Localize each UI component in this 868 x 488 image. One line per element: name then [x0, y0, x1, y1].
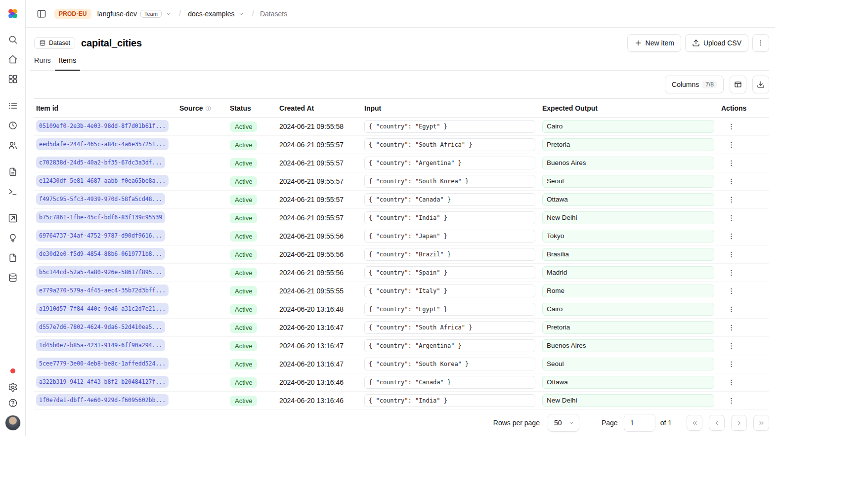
tab-items[interactable]: Items: [55, 55, 80, 70]
input-value[interactable]: { "country": "Japan" }: [364, 230, 535, 243]
col-header-input[interactable]: Input: [362, 99, 540, 118]
row-actions-button[interactable]: [724, 284, 738, 298]
expected-output-value[interactable]: Seoul: [542, 175, 714, 188]
sidebar-item-tracing[interactable]: [5, 98, 21, 114]
input-value[interactable]: { "country": "Egypt" }: [364, 303, 535, 316]
expected-output-value[interactable]: Ottawa: [542, 376, 714, 389]
row-actions-button[interactable]: [724, 193, 738, 206]
sidebar-item-playground[interactable]: [5, 184, 21, 200]
table-row[interactable]: e779a270-579a-4f45-aec4-35b72d3bff... Ac…: [34, 282, 769, 300]
langfuse-logo[interactable]: [6, 7, 20, 21]
input-value[interactable]: { "country": "Canada" }: [364, 193, 535, 206]
expected-output-value[interactable]: Buenos Aires: [542, 339, 714, 352]
sidebar-item-users[interactable]: [5, 137, 21, 153]
row-actions-button[interactable]: [724, 266, 738, 280]
sidebar-item-search[interactable]: [5, 32, 21, 47]
expected-output-value[interactable]: Cairo: [542, 120, 714, 133]
expected-output-value[interactable]: Brasília: [542, 248, 714, 261]
table-row[interactable]: e12430df-5e81-4687-aabb-f0ea65be8a... Ac…: [34, 172, 769, 191]
row-actions-button[interactable]: [724, 321, 738, 334]
row-actions-button[interactable]: [724, 247, 738, 261]
input-value[interactable]: { "country": "India" }: [364, 211, 535, 224]
col-header-item-id[interactable]: Item id: [34, 99, 177, 118]
table-row[interactable]: c702838d-24d5-40a2-bf35-67dc3a3df... Act…: [34, 154, 769, 172]
expected-output-value[interactable]: Tokyo: [542, 230, 714, 243]
row-actions-button[interactable]: [724, 138, 738, 152]
input-value[interactable]: { "country": "Argentina" }: [364, 339, 535, 352]
next-page-button[interactable]: [731, 415, 747, 431]
sidebar-toggle-button[interactable]: [34, 6, 49, 22]
input-value[interactable]: { "country": "South Korea" }: [364, 358, 535, 370]
table-row[interactable]: a322b319-9412-4f43-b8f2-b20484127f... Ac…: [34, 373, 769, 392]
item-id-link[interactable]: e779a270-579a-4f45-aec4-35b72d3bff...: [36, 285, 169, 296]
input-value[interactable]: { "country": "Argentina" }: [364, 157, 535, 169]
tab-runs[interactable]: Runs: [30, 55, 55, 70]
expected-output-value[interactable]: Madrid: [542, 266, 714, 279]
row-actions-button[interactable]: [724, 120, 738, 133]
user-avatar[interactable]: [5, 415, 21, 431]
expected-output-value[interactable]: Ottawa: [542, 193, 714, 206]
org-switcher[interactable]: langfuse-dev Team: [96, 8, 173, 20]
table-row[interactable]: de30d2e0-f5d9-4854-88b6-0619771b8... Act…: [34, 245, 769, 264]
table-row[interactable]: 69764737-34af-4752-9787-d90df9616... Act…: [34, 227, 769, 245]
page-input[interactable]: [624, 414, 655, 432]
sidebar-item-dashboards[interactable]: [5, 71, 21, 87]
item-id-link[interactable]: b5c144cd-52a5-4a80-926e-58617f895...: [36, 266, 165, 278]
columns-button[interactable]: Columns 7/8: [665, 76, 724, 93]
item-id-link[interactable]: 1f0e7da1-dbff-4e60-929d-f6095602bb...: [36, 394, 169, 406]
row-actions-button[interactable]: [724, 375, 738, 389]
table-row[interactable]: eed5dafe-244f-465c-a84c-4a6e357251... Ac…: [34, 136, 769, 154]
item-id-link[interactable]: b75c7861-1fbe-45cf-bdf6-83f139c95539: [36, 211, 165, 223]
expected-output-value[interactable]: Pretoria: [542, 321, 714, 334]
expected-output-value[interactable]: Seoul: [542, 358, 714, 370]
item-id-link[interactable]: a1910d57-7f84-440c-9e46-a31c2d7e21...: [36, 303, 169, 315]
row-actions-button[interactable]: [724, 174, 738, 188]
input-value[interactable]: { "country": "Italy" }: [364, 285, 535, 297]
col-header-source[interactable]: Source: [177, 99, 228, 118]
row-actions-button[interactable]: [724, 156, 738, 170]
new-item-button[interactable]: New item: [627, 34, 681, 52]
row-actions-button[interactable]: [724, 211, 738, 225]
table-row[interactable]: 1f0e7da1-dbff-4e60-929d-f6095602bb... Ac…: [34, 392, 769, 410]
sidebar-item-annotation-queues[interactable]: [5, 250, 21, 266]
row-actions-button[interactable]: [724, 357, 738, 371]
sidebar-item-ask-ai[interactable]: [5, 230, 21, 246]
item-id-link[interactable]: f4975c95-5fc3-4939-970d-58fa5cd48...: [36, 193, 165, 205]
rows-per-page-select[interactable]: 50: [548, 414, 579, 432]
sidebar-item-settings[interactable]: [5, 379, 21, 395]
info-icon[interactable]: [205, 105, 212, 112]
sidebar-item-home[interactable]: [5, 51, 21, 67]
expected-output-value[interactable]: New Delhi: [542, 394, 714, 407]
export-button[interactable]: [752, 76, 769, 93]
item-id-link[interactable]: d557e7d6-7802-4624-9da6-52d410ea5...: [36, 321, 165, 333]
input-value[interactable]: { "country": "South Africa" }: [364, 321, 535, 334]
input-value[interactable]: { "country": "Brazil" }: [364, 248, 535, 261]
table-row[interactable]: 5cee7779-3e00-4eb8-be8c-1affedd524... Ac…: [34, 355, 769, 373]
item-id-link[interactable]: e12430df-5e81-4687-aabb-f0ea65be8a...: [36, 175, 169, 187]
sidebar-item-support[interactable]: [5, 395, 21, 411]
item-id-link[interactable]: 69764737-34af-4752-9787-d90df9616...: [36, 230, 165, 242]
project-switcher[interactable]: docs-examples: [187, 8, 246, 20]
last-page-button[interactable]: [753, 415, 769, 431]
item-id-link[interactable]: de30d2e0-f5d9-4854-88b6-0619771b8...: [36, 248, 165, 260]
row-actions-button[interactable]: [724, 394, 738, 407]
item-id-link[interactable]: 05109ef0-2e3b-4e03-98dd-8f7d01b61f...: [36, 120, 169, 132]
more-actions-button[interactable]: [752, 34, 769, 52]
row-actions-button[interactable]: [724, 229, 738, 243]
input-value[interactable]: { "country": "India" }: [364, 394, 535, 407]
expected-output-value[interactable]: Pretoria: [542, 138, 714, 151]
table-row[interactable]: b75c7861-1fbe-45cf-bdf6-83f139c95539 Act…: [34, 209, 769, 227]
previous-page-button[interactable]: [709, 415, 725, 431]
sidebar-item-sessions[interactable]: [5, 118, 21, 133]
expected-output-value[interactable]: New Delhi: [542, 211, 714, 224]
col-header-created-at[interactable]: Created At: [277, 99, 362, 118]
item-id-link[interactable]: 5cee7779-3e00-4eb8-be8c-1affedd524...: [36, 358, 169, 369]
input-value[interactable]: { "country": "Spain" }: [364, 266, 535, 279]
input-value[interactable]: { "country": "South Korea" }: [364, 175, 535, 188]
first-page-button[interactable]: [687, 415, 702, 431]
row-actions-button[interactable]: [724, 339, 738, 353]
item-id-link[interactable]: 1d45b0e7-b85a-4231-9149-6ff90a294...: [36, 339, 165, 351]
expected-output-value[interactable]: Cairo: [542, 303, 714, 316]
sidebar-item-prompts[interactable]: [5, 164, 21, 180]
col-header-status[interactable]: Status: [228, 99, 277, 118]
